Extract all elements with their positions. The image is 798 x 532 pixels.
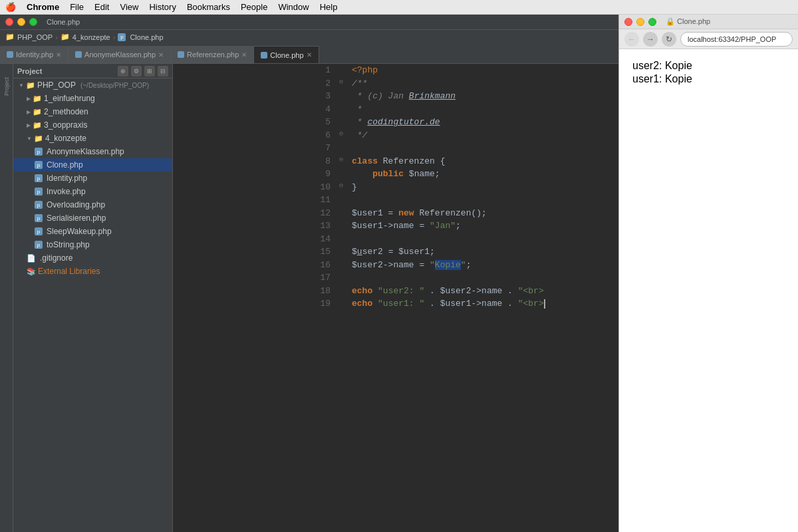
code-line-1: 1 <?php <box>309 64 618 77</box>
tree-file-tostring[interactable]: p toString.php <box>13 238 172 251</box>
minimize-button[interactable] <box>17 18 25 26</box>
browser-close-button[interactable] <box>624 18 632 26</box>
ide-left-panel: Project Project ⊕ ⚙ ⊞ ⊟ <box>0 64 309 532</box>
tab-identity-close[interactable]: ✕ <box>56 51 61 59</box>
line-num-1: 1 <box>309 64 336 77</box>
menu-chrome[interactable]: Chrome <box>27 2 59 12</box>
tree-file-overloading[interactable]: p Overloading.php <box>13 198 172 211</box>
sidebar-icon-collapse[interactable]: ⊟ <box>158 66 168 76</box>
tab-clone-label: Clone.php <box>270 51 303 59</box>
maximize-button[interactable] <box>29 18 37 26</box>
code-line-15: 15 $user2 = $user1; <box>309 245 618 259</box>
menu-view[interactable]: View <box>120 2 138 12</box>
breadcrumb-subfolder[interactable]: 4_konzepte <box>72 33 110 41</box>
vtab-project[interactable]: Project <box>1 66 12 106</box>
menu-edit[interactable]: Edit <box>94 2 109 12</box>
browser-maximize-button[interactable] <box>648 18 656 26</box>
tree-folder-ooppraxis[interactable]: ▶ 📁 3_ooppraxis <box>13 118 172 132</box>
tree-folder-konzepte[interactable]: ▼ 📁 4_konzepte <box>13 132 172 145</box>
tree-file-identity[interactable]: p Identity.php <box>13 172 172 185</box>
tree-file-sleepwakeup[interactable]: p SleepWakeup.php <box>13 225 172 238</box>
breadcrumb-folder-icon: 📁 <box>5 33 15 41</box>
tree-file-anonymeklassen[interactable]: p AnonymeKlassen.php <box>13 145 172 158</box>
sidebar-icon-settings[interactable]: ⚙ <box>131 66 142 76</box>
menu-bookmarks[interactable]: Bookmarks <box>187 2 230 12</box>
menu-people[interactable]: People <box>241 2 267 12</box>
tab-php-icon3 <box>178 51 184 58</box>
tree-external-libraries[interactable]: 📚 External Libraries <box>13 265 172 278</box>
sidebar-header-title: Project <box>17 67 42 75</box>
code-line-16: 16 $user2->name = "Kopie"; <box>309 259 618 272</box>
breadcrumb: 📁 PHP_OOP › 📁 4_konzepte › p Clone.php <box>0 29 618 44</box>
ide-titlebar: Clone.php <box>0 15 618 29</box>
browser-toolbar: ← → ↻ localhost:63342/PHP_OOP <box>619 29 798 49</box>
breadcrumb-php-icon: p <box>118 33 126 41</box>
code-line-7: 7 <box>309 142 618 155</box>
vertical-tabs: Project <box>0 64 13 532</box>
tree-root-label: PHP_OOP <box>37 80 76 90</box>
browser-output-line-1: user2: Kopie <box>632 60 785 72</box>
browser-back-button[interactable]: ← <box>624 32 639 47</box>
code-line-10: 10 ⊖ } <box>309 181 618 194</box>
tab-identity-label: Identity.php <box>16 51 53 59</box>
breadcrumb-file[interactable]: Clone.php <box>130 33 163 41</box>
browser-minimize-button[interactable] <box>636 18 644 26</box>
tab-anonymeklassen-close[interactable]: ✕ <box>158 51 164 59</box>
browser-reload-button[interactable]: ↻ <box>662 32 676 47</box>
menu-window[interactable]: Window <box>278 2 309 12</box>
tree-folder-icon-root: 📁 <box>26 81 35 90</box>
tab-php-icon <box>7 51 13 58</box>
tree-file-clone[interactable]: p Clone.php <box>13 158 172 172</box>
project-sidebar: Project ⊕ ⚙ ⊞ ⊟ ▼ 📁 PHP_OOP (~/Desk <box>13 64 173 532</box>
tree-root[interactable]: ▼ 📁 PHP_OOP (~/Desktop/PHP_OOP) <box>13 78 172 92</box>
code-line-9: 9 public $name; <box>309 168 618 181</box>
browser-url-bar[interactable]: localhost:63342/PHP_OOP <box>680 32 793 47</box>
tab-anonymeklassen[interactable]: AnonymeKlassen.php ✕ <box>68 46 171 63</box>
code-line-4: 4 * <box>309 103 618 116</box>
code-line-2: 2 ⊖ /** <box>309 77 618 90</box>
tab-php-icon2 <box>75 51 82 58</box>
sidebar-icon-sync[interactable]: ⊕ <box>118 66 128 76</box>
code-line-19: 19 echo "user1: " . $user1->name . "<br> <box>309 297 618 311</box>
tree-folder-einfuehrung[interactable]: ▶ 📁 1_einfuehrung <box>13 92 172 105</box>
sidebar-header: Project ⊕ ⚙ ⊞ ⊟ <box>13 64 172 78</box>
apple-menu[interactable]: 🍎 <box>5 2 16 12</box>
code-line-14: 14 <box>309 233 618 246</box>
menu-file[interactable]: File <box>70 2 84 12</box>
ide-window: Clone.php 📁 PHP_OOP › 📁 4_konzepte › p C… <box>0 15 618 532</box>
code-editor[interactable]: 1 <?php 2 ⊖ /** 3 <box>309 64 618 532</box>
tab-php-icon4 <box>261 52 267 59</box>
tab-referenzen-label: Referenzen.php <box>187 51 239 59</box>
menu-history[interactable]: History <box>149 2 176 12</box>
code-line-5: 5 * codingtutor.de <box>309 116 618 129</box>
code-line-3: 3 * (c) Jan Brinkmann <box>309 90 618 103</box>
tree-folder-methoden[interactable]: ▶ 📁 2_methoden <box>13 105 172 118</box>
tree-file-gitignore[interactable]: 📄 .gitignore <box>13 251 172 265</box>
code-line-8: 8 ⊖ class Referenzen { <box>309 155 618 168</box>
browser-forward-button[interactable]: → <box>643 32 658 47</box>
ide-title: Clone.php <box>47 18 80 26</box>
tree-file-serialisieren[interactable]: p Serialisieren.php <box>13 211 172 225</box>
tab-clone-close[interactable]: ✕ <box>307 51 312 59</box>
line-content-1[interactable]: <?php <box>346 64 618 77</box>
tab-referenzen-close[interactable]: ✕ <box>241 51 247 59</box>
tab-anonymeklassen-label: AnonymeKlassen.php <box>84 51 156 59</box>
code-line-13: 13 $user1->name = "Jan"; <box>309 219 618 233</box>
browser-url-text: localhost:63342/PHP_OOP <box>688 35 776 43</box>
tab-clone[interactable]: Clone.php ✕ <box>254 46 319 63</box>
tab-identity[interactable]: Identity.php ✕ <box>0 46 68 63</box>
sidebar-icons: ⊕ ⚙ ⊞ ⊟ <box>118 66 168 76</box>
close-button[interactable] <box>5 18 13 26</box>
breadcrumb-folder-icon2: 📁 <box>61 33 70 41</box>
tree-file-invoke[interactable]: p Invoke.php <box>13 185 172 198</box>
sidebar-icon-expand[interactable]: ⊞ <box>144 66 155 76</box>
tab-referenzen[interactable]: Referenzen.php ✕ <box>171 46 254 63</box>
code-line-18: 18 echo "user2: " . $user2->name . "<br> <box>309 285 618 298</box>
ide-body: Project Project ⊕ ⚙ ⊞ ⊟ <box>0 64 618 532</box>
menu-help[interactable]: Help <box>320 2 338 12</box>
window-container: Clone.php 📁 PHP_OOP › 📁 4_konzepte › p C… <box>0 15 798 532</box>
code-line-17: 17 <box>309 271 618 285</box>
browser-output-line-2: user1: Kopie <box>632 73 785 85</box>
breadcrumb-root[interactable]: PHP_OOP <box>17 33 53 41</box>
browser-content: user2: Kopie user1: Kopie <box>619 49 798 532</box>
